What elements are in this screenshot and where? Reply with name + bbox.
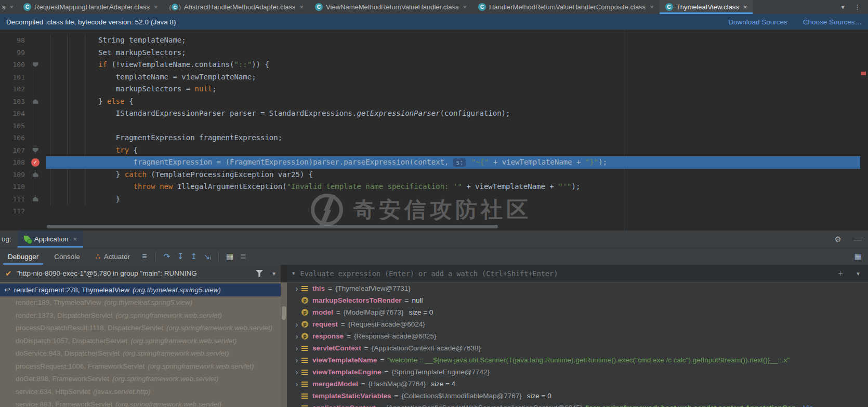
tab-console[interactable]: Console bbox=[46, 248, 88, 265]
code-text: try { bbox=[46, 144, 868, 157]
gear-icon[interactable]: ⚙ bbox=[835, 235, 841, 244]
splitter-thumb[interactable] bbox=[282, 306, 286, 320]
expand-chevron-icon[interactable]: › bbox=[292, 284, 301, 293]
stack-frame[interactable]: service:883, FrameworkServlet(org.spring… bbox=[0, 398, 281, 407]
spring-boot-icon bbox=[24, 236, 31, 242]
code-line[interactable]: 109 } catch (TemplateProcessingException… bbox=[0, 169, 868, 181]
editor-tab[interactable]: (C)AbstractHandlerMethodAdapter.class× bbox=[164, 0, 310, 14]
variable-row[interactable]: ›templateStaticVariables={Collections$Un… bbox=[292, 390, 868, 402]
thread-dropdown-icon[interactable]: ▾ bbox=[272, 270, 275, 277]
error-stripe-mark[interactable] bbox=[861, 72, 866, 75]
code-editor[interactable]: 98 String templateName;99 Set markupSele… bbox=[0, 30, 868, 230]
tab-close-icon[interactable]: × bbox=[463, 3, 467, 11]
horizontal-scrollbar[interactable] bbox=[47, 225, 498, 228]
variable-row[interactable]: ›pmodel={ModelMap@7673}size = 0 bbox=[292, 306, 868, 318]
code-line[interactable]: 103 } else { bbox=[0, 96, 868, 108]
stack-frame[interactable]: render:1373, DispatcherServlet(org.sprin… bbox=[0, 309, 281, 322]
code-line[interactable]: 102 markupSelectors = null; bbox=[0, 83, 868, 96]
expand-chevron-icon[interactable]: › bbox=[292, 344, 301, 352]
tab-debugger[interactable]: Debugger bbox=[0, 248, 46, 265]
variable-row[interactable]: ›mergedModel={HashMap@7764}size = 4 bbox=[292, 378, 868, 390]
fold-icon[interactable] bbox=[33, 62, 38, 67]
expand-chevron-icon[interactable]: › bbox=[292, 356, 301, 364]
stack-frame[interactable]: ↩renderFragment:278, ThymeleafView(org.t… bbox=[0, 283, 281, 296]
variable-row[interactable]: ›servletContext={ApplicationContextFacad… bbox=[292, 342, 868, 354]
evaluate-expression-icon[interactable]: ▦ bbox=[223, 252, 236, 261]
tab-close-icon[interactable]: × bbox=[650, 3, 654, 11]
download-sources-link[interactable]: Download Sources bbox=[728, 18, 787, 26]
fold-icon[interactable] bbox=[33, 197, 38, 201]
expand-chevron-icon[interactable]: › bbox=[292, 332, 301, 341]
code-line[interactable]: 108✓ fragmentExpression = (FragmentExpre… bbox=[0, 156, 868, 169]
variable-row[interactable]: ›presponse={ResponseFacade@6025} bbox=[292, 330, 868, 342]
kebab-menu-icon[interactable]: ⋮ bbox=[854, 3, 861, 11]
editor-tab[interactable]: CThymeleafView.class× bbox=[660, 0, 753, 14]
stack-frame[interactable]: processRequest:1006, FrameworkServlet(or… bbox=[0, 360, 281, 373]
view-link[interactable]: Vie bbox=[803, 404, 813, 407]
chevron-down-icon[interactable]: ▾ bbox=[841, 3, 845, 11]
choose-sources-link[interactable]: Choose Sources… bbox=[803, 18, 862, 26]
variable-row[interactable]: ›applicationContext={AnnotationConfigSer… bbox=[292, 402, 868, 407]
settings-muted-icon[interactable]: ≣ bbox=[236, 252, 250, 261]
variable-name: viewTemplateEngine bbox=[312, 368, 382, 376]
close-icon[interactable]: × bbox=[73, 236, 77, 243]
minimize-icon[interactable]: — bbox=[854, 235, 862, 244]
variable-row[interactable]: ›prequest={RequestFacade@6024} bbox=[292, 318, 868, 330]
code-line[interactable]: 106 FragmentExpression fragmentExpressio… bbox=[0, 132, 868, 144]
code-line[interactable]: 101 templateName = viewTemplateName; bbox=[0, 71, 868, 84]
layout-menu-icon[interactable]: ≡ bbox=[138, 252, 151, 261]
fold-icon[interactable] bbox=[33, 172, 38, 177]
evaluate-expand-icon[interactable]: ▾ bbox=[292, 270, 295, 277]
stack-frame[interactable]: doGet:898, FrameworkServlet(org.springfr… bbox=[0, 373, 281, 386]
code-line[interactable]: 112 bbox=[0, 205, 868, 218]
tab-close-icon[interactable]: × bbox=[154, 3, 158, 11]
tab-close-icon[interactable]: × bbox=[10, 3, 14, 11]
evaluate-input[interactable]: Evaluate expression (Enter) or add a wat… bbox=[300, 269, 838, 278]
expand-chevron-icon[interactable]: › bbox=[292, 320, 301, 329]
pane-splitter[interactable] bbox=[281, 282, 287, 407]
stack-frame[interactable]: render:189, ThymeleafView(org.thymeleaf.… bbox=[0, 296, 281, 309]
tab-actuator[interactable]: ∴ Actuator bbox=[88, 248, 138, 265]
stack-frame[interactable]: service:634, HttpServlet(javax.servlet.h… bbox=[0, 385, 281, 398]
expand-chevron-icon[interactable]: › bbox=[292, 368, 301, 376]
evaluate-expression-bar[interactable]: ▾ Evaluate expression (Enter) or add a w… bbox=[287, 265, 868, 282]
breakpoint-icon[interactable]: ✓ bbox=[31, 158, 40, 167]
code-line[interactable]: 98 String templateName; bbox=[0, 34, 868, 47]
editor-tab[interactable]: CRequestMappingHandlerAdapter.class× bbox=[18, 0, 163, 14]
editor-tab[interactable]: s× bbox=[0, 0, 18, 14]
expand-chevron-icon[interactable]: › bbox=[292, 379, 301, 388]
stack-frame[interactable]: doService:943, DispatcherServlet(org.spr… bbox=[0, 347, 281, 360]
tab-close-icon[interactable]: × bbox=[300, 3, 304, 11]
editor-tab[interactable]: CHandlerMethodReturnValueHandlerComposit… bbox=[472, 0, 660, 14]
step-into-icon[interactable]: ↧ bbox=[174, 252, 187, 261]
expand-chevron-icon[interactable]: › bbox=[292, 403, 301, 407]
code-line[interactable]: 111 } bbox=[0, 193, 868, 206]
step-out-icon[interactable]: ↥ bbox=[187, 252, 201, 261]
variable-row[interactable]: ›viewTemplateName="welcome :: __${new ja… bbox=[292, 354, 868, 366]
code-line[interactable]: 100 if (!viewTemplateName.contains("::")… bbox=[0, 59, 868, 71]
run-config-tab[interactable]: Application × bbox=[18, 230, 83, 248]
thread-selector[interactable]: ✔ "http-nio-8090-exec-1"@5,780 in group … bbox=[0, 265, 281, 282]
variable-row[interactable]: ›this={ThymeleafView@7731} bbox=[292, 282, 868, 294]
code-line[interactable]: 105 bbox=[0, 120, 868, 132]
line-number: 105 bbox=[0, 120, 25, 132]
code-line[interactable]: 107 try { bbox=[0, 144, 868, 157]
add-watch-icon[interactable]: + bbox=[838, 269, 843, 278]
code-line[interactable]: 99 Set markupSelectors; bbox=[0, 47, 868, 59]
stack-frame[interactable]: processDispatchResult:1118, DispatcherSe… bbox=[0, 322, 281, 335]
variable-row[interactable]: ›pmarkupSelectorsToRender=null bbox=[292, 294, 868, 306]
restore-layout-icon[interactable]: ▦ bbox=[854, 252, 862, 261]
code-line[interactable]: 110 throw new IllegalArgumentException("… bbox=[0, 181, 868, 193]
run-to-cursor-icon[interactable]: ↘ᵢ bbox=[201, 252, 214, 261]
watches-dropdown-icon[interactable]: ▾ bbox=[857, 270, 860, 277]
filter-funnel-icon[interactable] bbox=[256, 270, 263, 277]
stack-frame[interactable]: doDispatch:1057, DispatcherServlet(org.s… bbox=[0, 334, 281, 347]
editor-tab[interactable]: CViewNameMethodReturnValueHandler.class× bbox=[309, 0, 472, 14]
fold-icon[interactable] bbox=[33, 148, 38, 153]
variable-row[interactable]: ›viewTemplateEngine={SpringTemplateEngin… bbox=[292, 366, 868, 378]
tab-close-icon[interactable]: × bbox=[743, 3, 747, 11]
fold-icon[interactable] bbox=[33, 99, 38, 104]
step-over-icon[interactable]: ↷ bbox=[160, 252, 174, 261]
code-line[interactable]: 104 IStandardExpressionParser parser = S… bbox=[0, 107, 868, 120]
code-text: if (!viewTemplateName.contains("::")) { bbox=[46, 59, 868, 71]
